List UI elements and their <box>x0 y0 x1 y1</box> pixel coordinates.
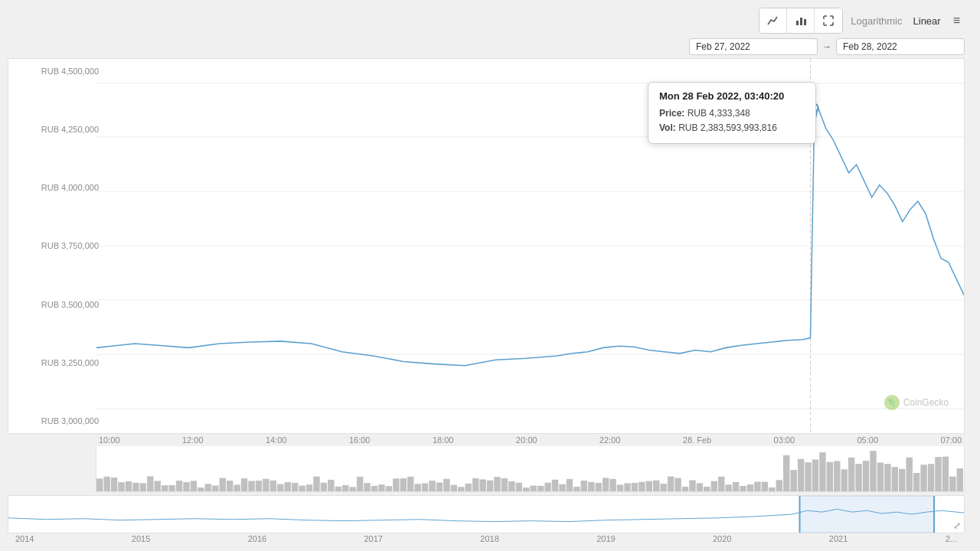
chart-section: RUB 4,500,000 RUB 4,250,000 RUB 4,000,00… <box>8 58 965 492</box>
mini-x-2014: 2014 <box>15 534 34 543</box>
svg-rect-47 <box>349 487 355 491</box>
svg-rect-119 <box>870 451 876 491</box>
x-label-7: 28. Feb <box>683 435 711 445</box>
menu-btn[interactable]: ≡ <box>949 12 965 29</box>
coingecko-watermark: 🦎 CoinGecko <box>884 395 949 410</box>
svg-rect-115 <box>841 469 847 491</box>
svg-rect-27 <box>205 484 211 491</box>
svg-rect-67 <box>494 477 500 491</box>
x-label-9: 05:00 <box>858 435 879 445</box>
date-to-input[interactable] <box>836 38 965 55</box>
svg-rect-118 <box>863 461 869 491</box>
svg-rect-55 <box>407 477 413 491</box>
mini-x-axis: 2014 2015 2016 2017 2018 2019 2020 2021 … <box>8 534 965 543</box>
y-axis: RUB 4,500,000 RUB 4,250,000 RUB 4,000,00… <box>8 59 96 433</box>
x-label-5: 20:00 <box>516 435 537 445</box>
svg-rect-121 <box>884 464 890 491</box>
x-label-2: 14:00 <box>266 435 287 445</box>
x-label-10: 07:00 <box>940 435 962 445</box>
svg-rect-31 <box>234 484 240 491</box>
date-from-input[interactable] <box>689 38 818 55</box>
svg-rect-92 <box>675 478 681 491</box>
svg-rect-73 <box>537 486 544 491</box>
svg-rect-48 <box>357 477 363 491</box>
y-label-5: RUB 3,500,000 <box>15 300 99 309</box>
svg-rect-12 <box>96 478 103 491</box>
svg-rect-72 <box>531 486 537 491</box>
mini-x-2020: 2020 <box>713 534 731 543</box>
svg-rect-58 <box>429 481 435 491</box>
y-label-7: RUB 3,000,000 <box>15 416 99 425</box>
svg-rect-99 <box>725 484 731 491</box>
tooltip-title: Mon 28 Feb 2022, 03:40:20 <box>659 90 805 102</box>
svg-rect-81 <box>595 483 601 491</box>
mini-x-2017: 2017 <box>364 534 382 543</box>
svg-rect-50 <box>371 486 377 491</box>
line-chart-btn[interactable] <box>760 8 787 33</box>
svg-rect-60 <box>443 479 449 491</box>
svg-rect-85 <box>624 483 630 491</box>
chart-svg-area[interactable]: Mon 28 Feb 2022, 03:40:20 Price: RUB 4,3… <box>96 59 964 433</box>
svg-rect-125 <box>913 473 920 491</box>
svg-rect-28 <box>212 485 218 491</box>
svg-rect-19 <box>147 476 153 491</box>
svg-rect-53 <box>393 478 399 491</box>
svg-rect-74 <box>544 483 550 491</box>
svg-rect-75 <box>552 480 558 491</box>
svg-rect-38 <box>284 482 290 491</box>
svg-rect-116 <box>848 458 854 491</box>
svg-rect-130 <box>949 477 956 491</box>
svg-rect-64 <box>472 478 479 491</box>
mini-x-2018: 2018 <box>480 534 498 543</box>
svg-rect-123 <box>899 469 905 491</box>
mini-chart-expand-btn[interactable]: ⤢ <box>953 520 961 531</box>
svg-rect-122 <box>892 467 898 491</box>
svg-rect-95 <box>697 483 703 491</box>
svg-rect-76 <box>559 484 565 491</box>
linear-btn[interactable]: Linear <box>910 14 944 28</box>
svg-rect-16 <box>126 481 132 491</box>
svg-rect-129 <box>942 457 949 491</box>
svg-rect-44 <box>328 480 334 491</box>
svg-rect-43 <box>321 483 327 491</box>
svg-rect-37 <box>277 484 283 491</box>
svg-rect-69 <box>508 481 514 491</box>
y-label-2: RUB 4,250,000 <box>15 125 99 134</box>
svg-rect-126 <box>920 465 926 491</box>
mini-chart-area[interactable]: ⤢ <box>8 495 965 533</box>
svg-rect-63 <box>466 484 472 491</box>
tooltip-vol-value: RUB 2,383,593,993,816 <box>678 122 777 133</box>
svg-rect-30 <box>227 481 233 491</box>
svg-rect-21 <box>162 485 168 491</box>
y-label-3: RUB 4,000,000 <box>15 183 99 192</box>
svg-rect-97 <box>711 481 717 491</box>
svg-rect-35 <box>263 479 269 491</box>
x-label-0: 10:00 <box>99 435 120 445</box>
svg-rect-22 <box>168 485 175 491</box>
main-chart-svg <box>96 59 964 433</box>
svg-rect-3 <box>804 19 806 25</box>
svg-rect-62 <box>458 487 464 491</box>
svg-rect-54 <box>400 478 407 491</box>
y-label-6: RUB 3,250,000 <box>15 358 99 367</box>
svg-rect-87 <box>639 482 645 491</box>
svg-rect-49 <box>364 483 370 491</box>
volume-bar-area <box>96 446 965 492</box>
svg-rect-29 <box>220 478 226 491</box>
svg-rect-25 <box>191 481 197 491</box>
svg-rect-56 <box>414 484 420 491</box>
bar-chart-btn[interactable] <box>787 8 815 33</box>
expand-chart-btn[interactable] <box>815 8 842 33</box>
svg-rect-113 <box>827 462 833 491</box>
tooltip: Mon 28 Feb 2022, 03:40:20 Price: RUB 4,3… <box>648 82 816 144</box>
svg-rect-15 <box>118 482 124 491</box>
svg-rect-65 <box>479 479 485 491</box>
logarithmic-btn[interactable]: Logarithmic <box>848 14 905 28</box>
svg-rect-33 <box>248 481 254 491</box>
svg-rect-23 <box>176 481 182 491</box>
svg-rect-36 <box>270 481 276 491</box>
svg-rect-57 <box>422 483 428 491</box>
coingecko-text: CoinGecko <box>903 397 949 408</box>
svg-rect-86 <box>632 483 638 491</box>
svg-rect-32 <box>241 478 247 491</box>
